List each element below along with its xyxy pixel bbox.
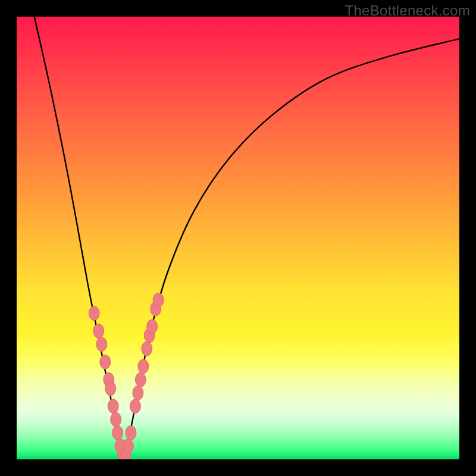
data-marker <box>111 412 121 427</box>
bottleneck-curve <box>35 17 459 459</box>
data-marker <box>138 359 149 374</box>
data-marker <box>126 425 136 440</box>
outer-frame: TheBottleneck.com <box>0 0 476 476</box>
data-marker <box>142 342 152 356</box>
data-marker <box>96 337 107 352</box>
plot-area <box>17 17 459 459</box>
data-marker <box>135 372 146 387</box>
data-marker <box>108 399 118 414</box>
data-marker <box>100 355 111 369</box>
data-marker <box>123 439 133 453</box>
watermark-label: TheBottleneck.com <box>345 2 470 19</box>
marker-layer <box>89 293 164 459</box>
data-marker <box>133 386 143 400</box>
data-marker <box>147 320 158 334</box>
data-marker <box>105 381 116 396</box>
data-marker <box>153 293 164 307</box>
data-marker <box>112 425 123 440</box>
data-marker <box>130 399 140 414</box>
data-marker <box>89 306 99 320</box>
data-marker <box>93 324 104 338</box>
curve-path <box>35 17 459 459</box>
chart-svg <box>17 17 459 459</box>
